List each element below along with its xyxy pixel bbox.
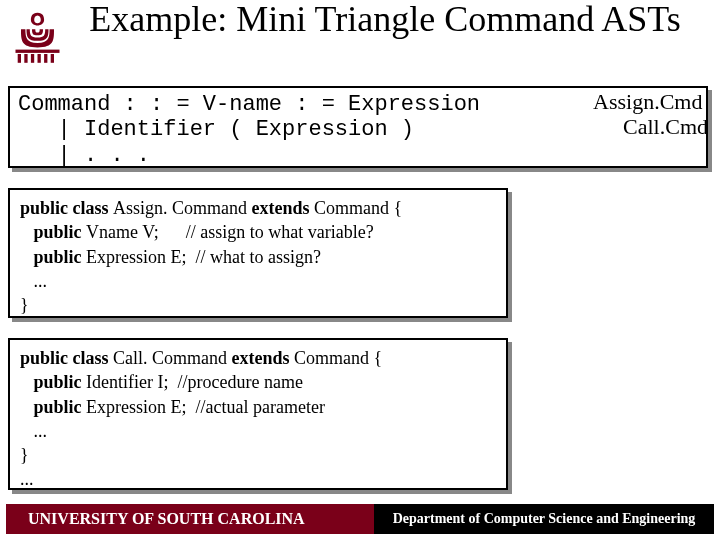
code-line: public Identifier I; //procedure name [20,370,496,394]
code-line: ... [20,269,496,293]
grammar-line-3: | . . . [18,143,698,168]
code-line: public Vname V; // assign to what variab… [20,220,496,244]
code-line: public class Assign. Command extends Com… [20,196,496,220]
svg-rect-2 [18,54,21,63]
svg-rect-4 [31,54,34,63]
code-line: } [20,293,496,317]
svg-rect-6 [44,54,47,63]
code-box-call-command: public class Call. Command extends Comma… [8,338,508,490]
code-box-assign-command: public class Assign. Command extends Com… [8,188,508,318]
svg-rect-7 [51,54,54,63]
code-line: ... [20,467,496,491]
footer-department: Department of Computer Science and Engin… [374,504,714,534]
university-logo-icon [10,10,65,65]
code-line: public class Call. Command extends Comma… [20,346,496,370]
svg-rect-1 [16,50,60,53]
svg-rect-3 [24,54,27,63]
svg-rect-5 [38,54,41,63]
label-call-cmd: Call.Cmd [593,114,708,139]
footer-university: UNIVERSITY OF SOUTH CAROLINA [6,504,376,534]
code-line: } [20,443,496,467]
code-line: public Expression E; //actual parameter [20,395,496,419]
slide: Example: Mini Triangle Command ASTs Comm… [0,0,720,540]
label-assign-cmd: Assign.Cmd [593,89,708,114]
grammar-production-labels: Assign.Cmd Call.Cmd [593,86,708,143]
slide-title: Example: Mini Triangle Command ASTs [80,0,690,40]
code-line: public Expression E; // what to assign? [20,245,496,269]
code-line: ... [20,419,496,443]
